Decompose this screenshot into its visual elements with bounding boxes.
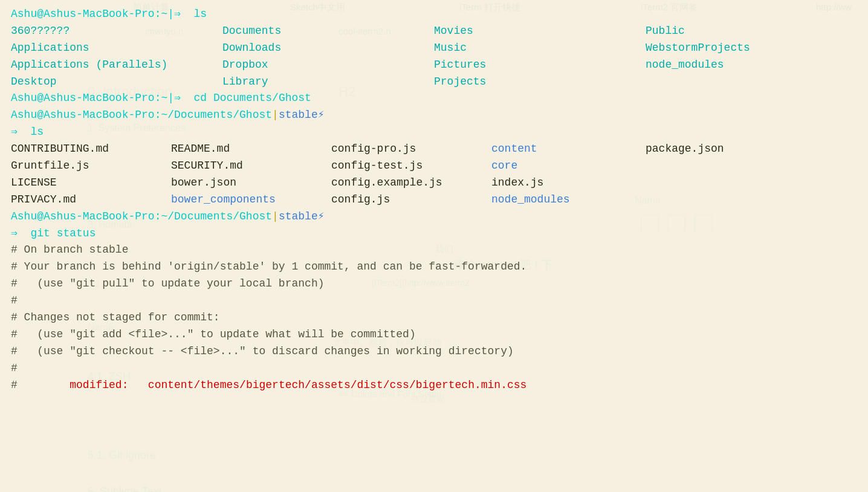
ls-item-3-3: Pictures <box>434 57 646 74</box>
git-out-5: # Changes not staged for commit: <box>11 309 857 326</box>
ls-output-2: Applications Downloads Music WebstormPro… <box>11 40 857 57</box>
git-out-1: # On branch stable <box>11 242 857 259</box>
gf-3-3: config.example.js <box>331 175 491 192</box>
ls-item-3-2: Dropbox <box>222 57 434 74</box>
git-comment-6: # (use "git add <file>..." to update wha… <box>11 326 416 343</box>
ls-output: 360?????? Documents Movies Public <box>11 23 857 40</box>
git-out-4: # <box>11 293 857 309</box>
git-out-2: # Your branch is behind 'origin/stable' … <box>11 259 857 276</box>
cd-command-line: Ashu@Ashus-MacBook-Pro:~|⇒ cd Documents/… <box>11 90 857 107</box>
gf-4-4: node_modules <box>491 192 646 209</box>
gf-2-2: SECURITY.md <box>171 158 331 175</box>
prompt-4-branch: stable⚡ <box>279 209 325 225</box>
ls-item-4-1: Desktop <box>11 74 222 91</box>
git-out-6: # (use "git add <file>..." to update wha… <box>11 326 857 343</box>
ghost-files-row4: PRIVACY.md bower_components config.js no… <box>11 192 857 209</box>
gf-4-1: PRIVACY.md <box>11 192 171 209</box>
prompt-4-path: Ashu@Ashus-MacBook-Pro:~/Documents/Ghost <box>11 209 272 225</box>
prompt-ls-line: Ashu@Ashus-MacBook-Pro:~|⇒ ls <box>11 6 857 23</box>
git-comment-2: # Your branch is behind 'origin/stable' … <box>11 259 526 276</box>
git-modified-label: modified: content/themes/bigertech/asset… <box>18 377 527 394</box>
git-out-9: # modified: content/themes/bigertech/ass… <box>11 377 857 394</box>
gf-2-1: Gruntfile.js <box>11 158 171 175</box>
git-comment-4: # <box>11 293 18 309</box>
ls-item-1-3: Movies <box>434 23 646 40</box>
gf-2-4: core <box>491 158 646 175</box>
prompt-ghost-line-2: Ashu@Ashus-MacBook-Pro:~/Documents/Ghost… <box>11 209 857 225</box>
ls-item-1-1: 360?????? <box>11 23 222 40</box>
ls2-command-line: ⇒ ls <box>11 124 857 141</box>
ls-output-4: Desktop Library Projects <box>11 74 857 91</box>
prompt-2: Ashu@Ashus-MacBook-Pro:~|⇒ cd Documents/… <box>11 90 311 107</box>
gf-4-5 <box>646 192 800 209</box>
ls-item-3-1: Applications (Parallels) <box>11 57 222 74</box>
gf-3-5 <box>646 175 800 192</box>
prompt-3-pipe: | <box>272 107 279 124</box>
prompt-3-path: Ashu@Ashus-MacBook-Pro:~/Documents/Ghost <box>11 107 272 124</box>
ls-item-4-4 <box>646 74 857 91</box>
git-comment-8: # <box>11 360 18 377</box>
ls-item-2-3: Music <box>434 40 646 57</box>
ls-item-2-2: Downloads <box>222 40 434 57</box>
gf-2-3: config-test.js <box>331 158 491 175</box>
ls-item-3-4: node_modules <box>646 57 857 74</box>
git-out-8: # <box>11 360 857 377</box>
ls-item-4-3: Projects <box>434 74 646 91</box>
git-out-3: # (use "git pull" to update your local b… <box>11 276 857 293</box>
gf-4-2: bower_components <box>171 192 331 209</box>
gf-1-4: content <box>491 141 646 158</box>
terminal-content: Ashu@Ashus-MacBook-Pro:~|⇒ ls 360?????? … <box>0 0 868 400</box>
ls-item-1-4: Public <box>646 23 857 40</box>
ghost-files-row2: Gruntfile.js SECURITY.md config-test.js … <box>11 158 857 175</box>
git-status-cmd: ⇒ git status <box>11 225 96 242</box>
git-comment-1: # On branch stable <box>11 242 128 259</box>
git-comment-3: # (use "git pull" to update your local b… <box>11 276 324 293</box>
ls2-arrow: ⇒ ls <box>11 124 44 141</box>
ghost-files-row1: CONTRIBUTING.md README.md config-pro.js … <box>11 141 857 158</box>
git-comment-5: # Changes not staged for commit: <box>11 309 220 326</box>
gf-1-2: README.md <box>171 141 331 158</box>
git-out-7: # (use "git checkout -- <file>..." to di… <box>11 343 857 360</box>
ghost-files-row3: LICENSE bower.json config.example.js ind… <box>11 175 857 192</box>
git-comment-7: # (use "git checkout -- <file>..." to di… <box>11 343 514 360</box>
prompt-1: Ashu@Ashus-MacBook-Pro:~|⇒ ls <box>11 6 207 23</box>
ls-item-1-2: Documents <box>222 23 434 40</box>
ls-item-2-1: Applications <box>11 40 222 57</box>
prompt-4-pipe: | <box>272 209 279 225</box>
git-status-line: ⇒ git status <box>11 225 857 242</box>
gf-3-1: LICENSE <box>11 175 171 192</box>
prompt-ghost-line: Ashu@Ashus-MacBook-Pro:~/Documents/Ghost… <box>11 107 857 124</box>
gf-4-3: config.js <box>331 192 491 209</box>
gf-1-5: package.json <box>646 141 800 158</box>
gf-1-1: CONTRIBUTING.md <box>11 141 171 158</box>
ls-item-4-2: Library <box>222 74 434 91</box>
gf-1-3: config-pro.js <box>331 141 491 158</box>
ls-item-2-4: WebstormProjects <box>646 40 857 57</box>
gf-2-5 <box>646 158 800 175</box>
gf-3-4: index.js <box>491 175 646 192</box>
gf-3-2: bower.json <box>171 175 331 192</box>
prompt-3-branch: stable⚡ <box>279 107 325 124</box>
ls-output-3: Applications (Parallels) Dropbox Picture… <box>11 57 857 74</box>
git-comment-hash: # <box>11 377 18 394</box>
